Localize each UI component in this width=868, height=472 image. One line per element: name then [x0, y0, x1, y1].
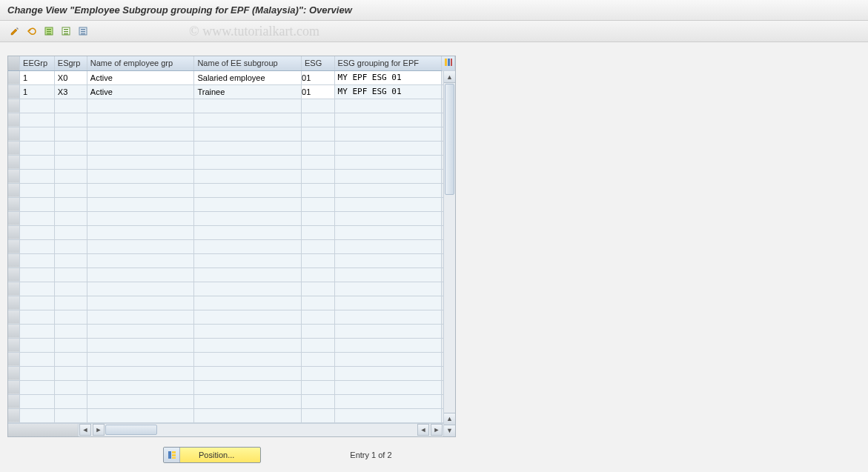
- undo-icon[interactable]: [24, 24, 39, 39]
- cell-esgrp: X0: [54, 70, 87, 84]
- table-row-empty: [8, 352, 455, 366]
- select-all-header[interactable]: [8, 56, 20, 70]
- cell-namegrp: Active: [87, 84, 194, 99]
- svg-rect-11: [81, 33, 85, 35]
- svg-rect-12: [445, 59, 447, 66]
- esg-input[interactable]: [302, 73, 334, 82]
- row-selector[interactable]: [8, 70, 20, 84]
- entry-count-text: Entry 1 of 2: [350, 451, 391, 459]
- col-header-nameee[interactable]: Name of EE subgroup: [194, 56, 302, 70]
- footer: Position... Entry 1 of 2: [0, 447, 868, 463]
- scroll-right-end-icon[interactable]: ►: [431, 424, 443, 436]
- svg-rect-3: [47, 33, 51, 35]
- data-table: EEGrp ESgrp Name of employee grp Name of…: [7, 56, 456, 437]
- vscroll-thumb[interactable]: [445, 84, 454, 195]
- scroll-left-icon[interactable]: ◄: [79, 424, 91, 436]
- table-row-empty: [8, 197, 455, 211]
- svg-rect-7: [64, 33, 68, 35]
- hscroll-track[interactable]: [105, 424, 224, 436]
- config-icon[interactable]: [76, 24, 90, 39]
- cell-esgrp: X3: [54, 84, 87, 99]
- toolbar: [0, 21, 868, 42]
- table-row-empty: [8, 408, 455, 422]
- table-row-empty: [8, 183, 455, 197]
- cell-nameee: Salaried employee: [194, 70, 302, 84]
- scroll-right-icon[interactable]: ►: [93, 424, 105, 436]
- vertical-scrollbar: ▲ ▲ ▼: [443, 71, 455, 436]
- table-row-empty: [8, 380, 455, 394]
- table-row-empty: [8, 127, 455, 141]
- table-row-empty: [8, 282, 455, 296]
- cell-eegrp: 1: [20, 84, 55, 99]
- scroll-down-end-icon[interactable]: ▼: [444, 425, 455, 436]
- svg-rect-17: [172, 454, 176, 456]
- table-row-empty: [8, 225, 455, 239]
- svg-rect-10: [81, 31, 85, 33]
- col-header-esg[interactable]: ESG: [302, 56, 334, 70]
- deselect-all-icon[interactable]: [59, 24, 73, 39]
- svg-rect-16: [172, 451, 176, 453]
- svg-rect-13: [448, 59, 450, 66]
- table-row-empty: [8, 211, 455, 225]
- svg-rect-2: [47, 31, 51, 33]
- row-selector[interactable]: [8, 84, 20, 99]
- cell-esggroup: MY EPF ESG 01: [334, 70, 442, 84]
- table-row-empty: [8, 169, 455, 183]
- hscroll-thumb[interactable]: [105, 425, 157, 435]
- table-row-empty: [8, 324, 455, 338]
- table-config-button[interactable]: [442, 56, 455, 70]
- table-row-empty: [8, 253, 455, 267]
- svg-rect-1: [47, 29, 51, 30]
- table-row-empty: [8, 296, 455, 310]
- cell-eegrp: 1: [20, 70, 55, 84]
- col-header-namegrp[interactable]: Name of employee grp: [87, 56, 194, 70]
- select-all-icon[interactable]: [42, 24, 56, 39]
- table-row-empty: [8, 267, 455, 282]
- scroll-down-icon[interactable]: ▲: [444, 413, 455, 425]
- svg-rect-6: [64, 31, 68, 33]
- cell-esggroup: MY EPF ESG 01: [334, 84, 442, 99]
- position-button[interactable]: Position...: [163, 447, 261, 463]
- svg-rect-14: [451, 59, 452, 66]
- position-label: Position...: [180, 451, 260, 459]
- page-title: Change View "Employee Subgroup grouping …: [0, 0, 868, 21]
- table-row-empty: [8, 338, 455, 352]
- table-row: 1 X3 Active Trainee MY EPF ESG 01: [8, 84, 455, 99]
- table-row-empty: [8, 141, 455, 155]
- cell-namegrp: Active: [87, 70, 194, 84]
- table-row: 1 X0 Active Salaried employee MY EPF ESG…: [8, 70, 455, 84]
- svg-rect-9: [81, 29, 85, 30]
- table-row-empty: [8, 366, 455, 380]
- change-display-icon[interactable]: [7, 24, 22, 39]
- cell-nameee: Trainee: [194, 84, 302, 99]
- table-row-empty: [8, 239, 455, 253]
- svg-rect-15: [168, 451, 171, 459]
- esg-input[interactable]: [302, 87, 334, 96]
- col-header-esggroup[interactable]: ESG grouping for EPF: [334, 56, 442, 70]
- svg-rect-18: [172, 457, 176, 459]
- scroll-up-icon[interactable]: ▲: [444, 71, 455, 83]
- col-header-esgrp[interactable]: ESgrp: [54, 56, 87, 70]
- svg-rect-5: [64, 29, 68, 30]
- table-row-empty: [8, 99, 455, 113]
- table-header-row: EEGrp ESgrp Name of employee grp Name of…: [8, 56, 455, 70]
- table-row-empty: [8, 155, 455, 169]
- horizontal-scrollbar: ◄ ► ◄ ►: [8, 423, 455, 436]
- table-row-empty: [8, 113, 455, 127]
- table-row-empty: [8, 310, 455, 324]
- position-icon: [164, 448, 180, 462]
- scroll-left-end-icon[interactable]: ◄: [417, 424, 429, 436]
- col-header-eegrp[interactable]: EEGrp: [20, 56, 55, 70]
- table-row-empty: [8, 394, 455, 408]
